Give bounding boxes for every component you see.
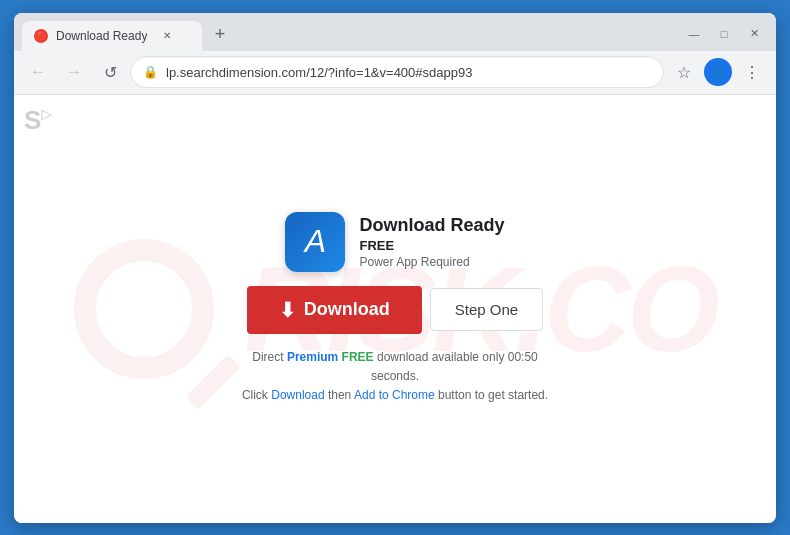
toolbar-right: ☆ 👤 ⋮ xyxy=(668,56,768,88)
app-icon-letter: A xyxy=(305,223,326,260)
info-download-link[interactable]: Download xyxy=(271,388,324,402)
download-button[interactable]: ⬇ Download xyxy=(247,286,422,334)
title-bar: 🔴 Download Ready ✕ + — □ ✕ xyxy=(14,13,776,51)
info-premium: Premium xyxy=(287,350,338,364)
tab-close-button[interactable]: ✕ xyxy=(159,28,175,44)
app-price: FREE xyxy=(359,238,504,253)
browser-toolbar: ← → ↺ 🔒 lp.searchdimension.com/12/?info=… xyxy=(14,51,776,95)
info-middle: download available only 00:50 seconds. xyxy=(371,350,538,383)
site-logo: S▷ xyxy=(24,105,52,136)
app-details: Download Ready FREE Power App Required xyxy=(359,215,504,269)
browser-tab[interactable]: 🔴 Download Ready ✕ xyxy=(22,21,202,51)
address-text: lp.searchdimension.com/12/?info=1&v=400#… xyxy=(166,65,651,80)
maximize-button[interactable]: □ xyxy=(710,23,738,45)
minimize-button[interactable]: — xyxy=(680,23,708,45)
close-button[interactable]: ✕ xyxy=(740,23,768,45)
menu-button[interactable]: ⋮ xyxy=(736,56,768,88)
download-card: A Download Ready FREE Power App Required… xyxy=(235,212,555,406)
app-name: Download Ready xyxy=(359,215,504,236)
bookmark-button[interactable]: ☆ xyxy=(668,56,700,88)
reload-button[interactable]: ↺ xyxy=(94,56,126,88)
button-row: ⬇ Download Step One xyxy=(247,286,543,334)
watermark-logo xyxy=(74,239,214,379)
info-then: then xyxy=(325,388,354,402)
page-content: RISK.CO S▷ A Download Ready FREE Power A… xyxy=(14,95,776,523)
info-free: FREE xyxy=(342,350,374,364)
profile-icon[interactable]: 👤 xyxy=(704,58,732,86)
info-suffix: button to get started. xyxy=(435,388,548,402)
info-click: Click xyxy=(242,388,271,402)
app-icon: A xyxy=(285,212,345,272)
app-subtitle: Power App Required xyxy=(359,255,504,269)
window-controls: — □ ✕ xyxy=(680,23,768,45)
download-arrow-icon: ⬇ xyxy=(279,298,296,322)
new-tab-button[interactable]: + xyxy=(206,21,234,49)
browser-window: 🔴 Download Ready ✕ + — □ ✕ ← → ↺ 🔒 lp.se… xyxy=(14,13,776,523)
back-button[interactable]: ← xyxy=(22,56,54,88)
forward-button[interactable]: → xyxy=(58,56,90,88)
app-info-row: A Download Ready FREE Power App Required xyxy=(285,212,504,272)
info-prefix: Direct xyxy=(252,350,287,364)
tab-favicon: 🔴 xyxy=(34,29,48,43)
info-text: Direct Premium FREE download available o… xyxy=(235,348,555,406)
lock-icon: 🔒 xyxy=(143,65,158,79)
step-one-button[interactable]: Step One xyxy=(430,288,543,331)
tab-title: Download Ready xyxy=(56,29,147,43)
address-bar[interactable]: 🔒 lp.searchdimension.com/12/?info=1&v=40… xyxy=(130,56,664,88)
download-button-label: Download xyxy=(304,299,390,320)
info-chrome-link[interactable]: Add to Chrome xyxy=(354,388,435,402)
